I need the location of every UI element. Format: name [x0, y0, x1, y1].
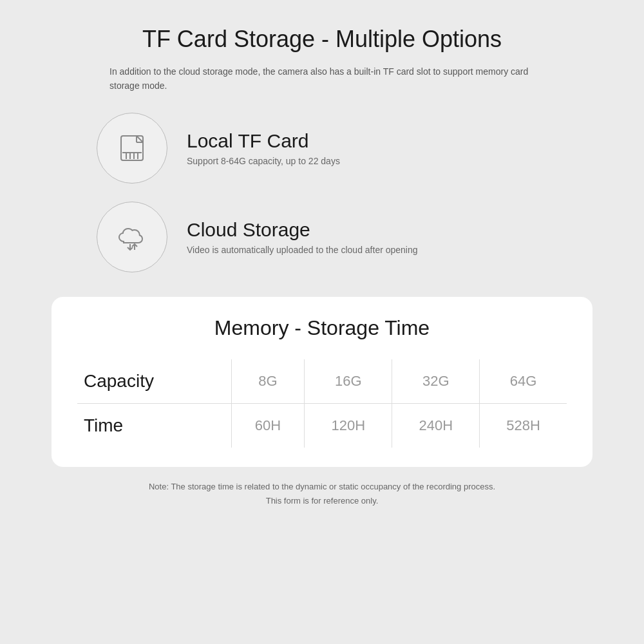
time-label: Time — [77, 403, 231, 448]
subtitle-text: In addition to the cloud storage mode, t… — [97, 64, 547, 93]
capacity-32g: 32G — [392, 359, 480, 404]
cloud-desc: Video is automatically uploaded to the c… — [187, 245, 418, 255]
feature-row-cloud: Cloud Storage Video is automatically upl… — [97, 202, 547, 272]
cloud-title: Cloud Storage — [187, 219, 418, 241]
time-528h: 528H — [480, 403, 567, 448]
note-text: Note: The storage time is related to the… — [149, 480, 495, 508]
storage-table: Capacity 8G 16G 32G 64G Time 60H 120H 24… — [77, 359, 567, 448]
capacity-64g: 64G — [480, 359, 567, 404]
capacity-8g: 8G — [231, 359, 304, 404]
time-60h: 60H — [231, 403, 304, 448]
table-row-capacity: Capacity 8G 16G 32G 64G — [77, 359, 567, 404]
cloud-icon-circle — [97, 202, 167, 272]
table-row-time: Time 60H 120H 240H 528H — [77, 403, 567, 448]
tf-card-title: Local TF Card — [187, 130, 340, 152]
tf-card-desc: Support 8-64G capacity, up to 22 days — [187, 156, 340, 166]
capacity-label: Capacity — [77, 359, 231, 404]
table-title: Memory - Storage Time — [77, 316, 567, 340]
time-120h: 120H — [305, 403, 392, 448]
memory-table-card: Memory - Storage Time Capacity 8G 16G 32… — [52, 297, 592, 467]
cloud-feature-text: Cloud Storage Video is automatically upl… — [187, 219, 418, 255]
capacity-16g: 16G — [305, 359, 392, 404]
page-container: TF Card Storage - Multiple Options In ad… — [0, 0, 644, 644]
sd-card-icon — [115, 131, 149, 166]
main-title: TF Card Storage - Multiple Options — [142, 26, 502, 53]
feature-row-tf-card: Local TF Card Support 8-64G capacity, up… — [97, 113, 547, 184]
cloud-icon — [115, 220, 149, 254]
tf-card-feature-text: Local TF Card Support 8-64G capacity, up… — [187, 130, 340, 166]
time-240h: 240H — [392, 403, 480, 448]
tf-card-icon-circle — [97, 113, 167, 184]
